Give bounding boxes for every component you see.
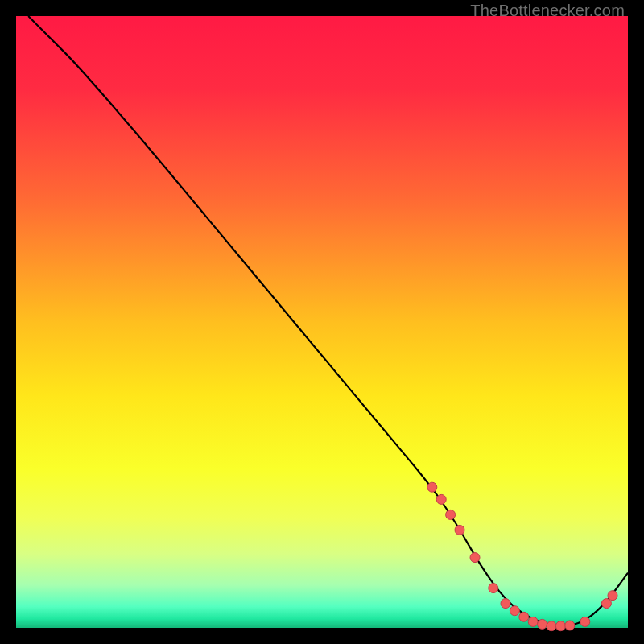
data-marker bbox=[436, 494, 446, 504]
data-marker bbox=[580, 617, 590, 626]
data-marker bbox=[519, 612, 529, 621]
data-marker bbox=[601, 599, 611, 609]
data-marker bbox=[528, 617, 538, 626]
curve-markers bbox=[427, 482, 617, 631]
data-marker bbox=[427, 482, 437, 492]
data-marker bbox=[555, 621, 565, 631]
data-marker bbox=[565, 621, 575, 630]
data-marker bbox=[470, 553, 480, 563]
data-marker bbox=[489, 584, 498, 593]
curve-line bbox=[28, 16, 628, 625]
data-marker bbox=[608, 591, 617, 601]
attribution-label: TheBottlenecker.com bbox=[470, 2, 625, 20]
data-marker bbox=[455, 525, 464, 535]
chart-frame bbox=[16, 16, 628, 628]
data-marker bbox=[547, 621, 556, 631]
chart-plot bbox=[16, 16, 628, 628]
data-marker bbox=[510, 606, 519, 616]
data-marker bbox=[446, 510, 456, 519]
data-marker bbox=[538, 619, 547, 629]
data-marker bbox=[501, 599, 510, 609]
